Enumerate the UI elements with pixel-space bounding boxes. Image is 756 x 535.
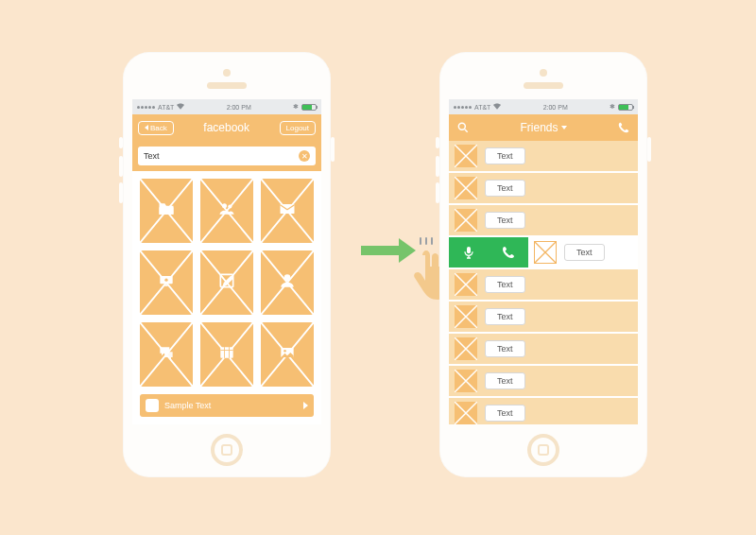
avatar — [455, 273, 477, 296]
bluetooth-icon: ✱ — [293, 103, 299, 111]
list-item[interactable]: Text — [449, 173, 638, 205]
list-item[interactable]: Text — [449, 302, 638, 334]
mute-switch — [436, 137, 439, 148]
footer-bar[interactable]: Sample Text — [140, 394, 314, 417]
screen-right: AT&T 2:00 PM ✱ Friends — [449, 99, 638, 424]
wifi-icon — [493, 103, 501, 111]
status-bar: AT&T 2:00 PM ✱ — [449, 99, 638, 114]
avatar — [455, 370, 477, 392]
svg-rect-6 — [164, 285, 167, 286]
wifi-icon — [177, 103, 184, 111]
search-button[interactable] — [455, 119, 472, 136]
item-button[interactable]: Text — [485, 308, 525, 325]
sensor — [540, 69, 547, 77]
app-grid — [140, 179, 314, 387]
tile-calendar[interactable] — [200, 322, 253, 387]
svg-point-11 — [284, 350, 286, 353]
voice-action[interactable] — [449, 237, 489, 268]
sensor — [223, 69, 231, 77]
battery-icon — [301, 104, 317, 111]
tile-display[interactable] — [140, 250, 193, 315]
tile-compose[interactable] — [200, 250, 253, 315]
photo-icon — [278, 343, 297, 366]
search-input[interactable]: Text ✕ — [138, 147, 316, 165]
list-item[interactable]: Text — [449, 269, 638, 302]
nav-title[interactable]: Friends — [520, 121, 566, 134]
item-button[interactable]: Text — [485, 147, 525, 164]
item-button[interactable]: Text — [564, 244, 605, 261]
calendar-icon — [217, 343, 236, 366]
list-item[interactable]: Text — [449, 398, 638, 424]
avatar — [455, 177, 477, 199]
earpiece — [524, 82, 563, 89]
item-button[interactable]: Text — [485, 340, 525, 357]
list-item[interactable]: Text — [449, 366, 638, 398]
nav-title: facebook — [203, 121, 249, 134]
logout-button[interactable]: Logout — [280, 121, 316, 135]
carrier-label: AT&T — [474, 104, 490, 111]
list-item[interactable]: Text — [449, 334, 638, 366]
tile-photo[interactable] — [261, 322, 314, 387]
chevron-left-icon — [145, 125, 148, 130]
svg-rect-9 — [220, 347, 232, 358]
avatar — [455, 209, 477, 232]
chat-icon — [157, 343, 176, 366]
avatar — [455, 305, 477, 328]
svg-rect-3 — [281, 204, 295, 214]
item-button[interactable]: Text — [485, 180, 525, 197]
friends-list[interactable]: Text Text Text — [449, 141, 638, 424]
volume-down — [119, 182, 123, 203]
back-button[interactable]: Back — [138, 121, 174, 135]
clock: 2:00 PM — [543, 104, 568, 111]
list-item[interactable]: Text — [449, 141, 638, 173]
logout-label: Logout — [286, 124, 309, 132]
item-button[interactable]: Text — [485, 372, 525, 389]
avatar — [455, 402, 477, 424]
nav-bar: Back facebook Logout — [132, 114, 321, 141]
status-bar: AT&T 2:00 PM ✱ — [132, 99, 321, 114]
folder-icon — [157, 199, 176, 222]
item-button[interactable]: Text — [485, 212, 525, 229]
bluetooth-icon: ✱ — [610, 103, 615, 111]
svg-rect-13 — [467, 247, 471, 253]
tile-mail[interactable] — [261, 179, 314, 243]
call-action[interactable] — [489, 237, 528, 268]
power-button — [647, 137, 651, 162]
search-value: Text — [144, 151, 160, 161]
nav-bar: Friends — [449, 114, 638, 141]
clock: 2:00 PM — [227, 104, 251, 111]
home-button[interactable] — [211, 434, 243, 466]
battery-icon — [618, 104, 633, 111]
call-button[interactable] — [615, 119, 632, 136]
grid-wrap: Sample Text — [132, 171, 321, 424]
avatar — [455, 337, 477, 360]
item-button[interactable]: Text — [485, 405, 525, 422]
group-icon — [217, 199, 236, 222]
clear-icon[interactable]: ✕ — [299, 150, 310, 162]
svg-point-5 — [164, 279, 167, 282]
person-icon — [278, 271, 297, 294]
home-button[interactable] — [527, 434, 559, 466]
tile-chat[interactable] — [140, 322, 193, 387]
tile-group[interactable] — [200, 179, 253, 243]
compose-icon — [217, 271, 236, 294]
earpiece — [207, 82, 247, 89]
phone-frame-right: AT&T 2:00 PM ✱ Friends — [439, 52, 647, 477]
tile-folder[interactable] — [140, 179, 193, 243]
item-button[interactable]: Text — [485, 276, 525, 293]
avatar — [534, 241, 557, 264]
search-row: Text ✕ — [132, 141, 321, 171]
svg-point-12 — [458, 123, 465, 129]
mail-icon — [278, 199, 297, 222]
mute-switch — [119, 137, 123, 148]
avatar — [455, 145, 477, 167]
list-item[interactable]: Text — [449, 205, 638, 237]
volume-down — [436, 182, 439, 203]
chevron-right-icon — [303, 402, 308, 409]
list-item-swiped[interactable]: Text — [449, 237, 638, 269]
phone-frame-left: AT&T 2:00 PM ✱ Back facebook Logout — [123, 52, 331, 477]
back-label: Back — [150, 124, 167, 132]
svg-rect-0 — [160, 207, 174, 215]
carrier-label: AT&T — [158, 104, 174, 111]
tile-person[interactable] — [261, 250, 314, 315]
